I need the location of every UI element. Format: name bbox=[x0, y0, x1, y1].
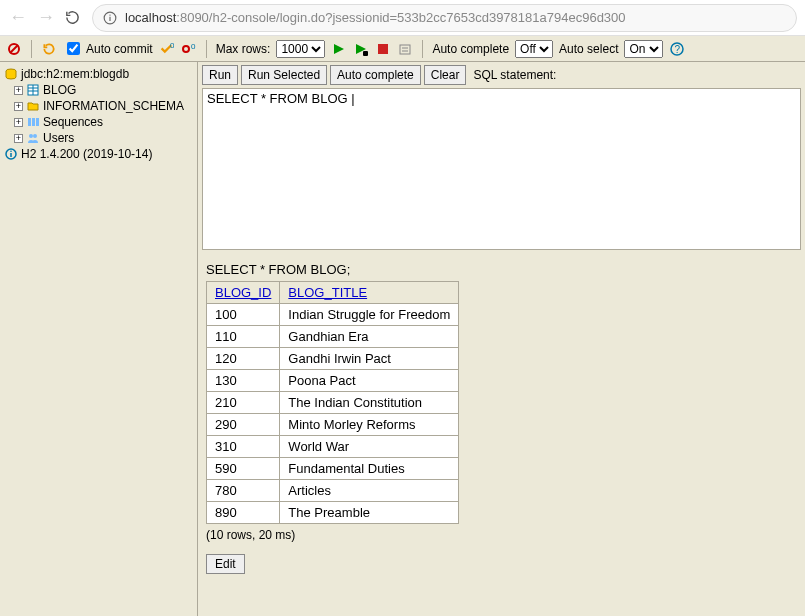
results-table: BLOG_IDBLOG_TITLE 100Indian Struggle for… bbox=[206, 281, 459, 524]
table-row: 290Minto Morley Reforms bbox=[207, 414, 459, 436]
table-cell: Gandhi Irwin Pact bbox=[280, 348, 459, 370]
table-cell: 780 bbox=[207, 480, 280, 502]
table-cell: Articles bbox=[280, 480, 459, 502]
tree-root-label: jdbc:h2:mem:blogdb bbox=[21, 67, 129, 81]
auto-commit-input[interactable] bbox=[67, 42, 80, 55]
table-cell: Fundamental Duties bbox=[280, 458, 459, 480]
tree: jdbc:h2:mem:blogdb +BLOG+INFORMATION_SCH… bbox=[0, 62, 197, 166]
run-button[interactable]: Run bbox=[202, 65, 238, 85]
sql-toolbar: Run Run Selected Auto complete Clear SQL… bbox=[198, 62, 805, 88]
table-row: 100Indian Struggle for Freedom bbox=[207, 304, 459, 326]
table-cell: 310 bbox=[207, 436, 280, 458]
stop-icon[interactable] bbox=[375, 41, 391, 57]
column-header[interactable]: BLOG_TITLE bbox=[280, 282, 459, 304]
table-row: 780Articles bbox=[207, 480, 459, 502]
svg-marker-8 bbox=[334, 44, 344, 54]
table-cell: 210 bbox=[207, 392, 280, 414]
sidebar-item-label: Sequences bbox=[43, 115, 103, 129]
table-cell: World War bbox=[280, 436, 459, 458]
table-cell: 110 bbox=[207, 326, 280, 348]
table-cell: 120 bbox=[207, 348, 280, 370]
clear-button[interactable]: Clear bbox=[424, 65, 467, 85]
folder-icon bbox=[26, 99, 40, 113]
edit-button[interactable]: Edit bbox=[206, 554, 245, 574]
table-icon bbox=[26, 83, 40, 97]
sidebar-item[interactable]: +BLOG bbox=[0, 82, 197, 98]
run-selected-icon[interactable] bbox=[353, 41, 369, 57]
refresh-icon[interactable] bbox=[41, 41, 57, 57]
back-icon[interactable]: ← bbox=[8, 7, 28, 28]
expander-icon[interactable]: + bbox=[14, 102, 23, 111]
app-toolbar: Auto commit 0 0 Max rows: 1000 Auto comp… bbox=[0, 36, 805, 62]
table-body: 100Indian Struggle for Freedom110Gandhia… bbox=[207, 304, 459, 524]
table-cell: 130 bbox=[207, 370, 280, 392]
table-cell: The Indian Constitution bbox=[280, 392, 459, 414]
svg-line-4 bbox=[10, 45, 18, 53]
help-icon[interactable]: ? bbox=[669, 41, 685, 57]
expander-icon[interactable]: + bbox=[14, 86, 23, 95]
forward-icon[interactable]: → bbox=[36, 7, 56, 28]
table-cell: Minto Morley Reforms bbox=[280, 414, 459, 436]
sql-input[interactable]: SELECT * FROM BLOG | bbox=[202, 88, 801, 250]
url-text: localhost:8090/h2-console/login.do?jsess… bbox=[125, 10, 626, 25]
auto-complete-label: Auto complete bbox=[432, 42, 509, 56]
table-row: 120Gandhi Irwin Pact bbox=[207, 348, 459, 370]
sidebar-item[interactable]: +INFORMATION_SCHEMA bbox=[0, 98, 197, 114]
auto-complete-button[interactable]: Auto complete bbox=[330, 65, 421, 85]
auto-select-select[interactable]: On bbox=[624, 40, 663, 58]
table-row: 310World War bbox=[207, 436, 459, 458]
auto-complete-select[interactable]: Off bbox=[515, 40, 553, 58]
seq-icon bbox=[26, 115, 40, 129]
info-icon bbox=[4, 147, 18, 161]
url-bar[interactable]: localhost:8090/h2-console/login.do?jsess… bbox=[92, 4, 797, 32]
svg-point-26 bbox=[33, 134, 37, 138]
run-selected-button[interactable]: Run Selected bbox=[241, 65, 327, 85]
browser-bar: ← → localhost:8090/h2-console/login.do?j… bbox=[0, 0, 805, 36]
column-header[interactable]: BLOG_ID bbox=[207, 282, 280, 304]
sidebar-item[interactable]: +Users bbox=[0, 130, 197, 146]
table-cell: The Preamble bbox=[280, 502, 459, 524]
table-row: 130Poona Pact bbox=[207, 370, 459, 392]
main: Run Run Selected Auto complete Clear SQL… bbox=[198, 62, 805, 616]
table-cell: Indian Struggle for Freedom bbox=[280, 304, 459, 326]
svg-rect-22 bbox=[28, 118, 31, 126]
commit-icon[interactable]: 0 bbox=[159, 41, 175, 57]
tree-version[interactable]: H2 1.4.200 (2019-10-14) bbox=[0, 146, 197, 162]
max-rows-select[interactable]: 1000 bbox=[276, 40, 325, 58]
svg-rect-10 bbox=[363, 51, 368, 56]
expander-icon[interactable]: + bbox=[14, 134, 23, 143]
table-row: 890The Preamble bbox=[207, 502, 459, 524]
tree-root[interactable]: jdbc:h2:mem:blogdb bbox=[0, 66, 197, 82]
table-cell: Poona Pact bbox=[280, 370, 459, 392]
svg-text:0: 0 bbox=[191, 42, 196, 51]
svg-rect-23 bbox=[32, 118, 35, 126]
auto-commit-checkbox[interactable]: Auto commit bbox=[63, 39, 153, 58]
rollback-icon[interactable]: 0 bbox=[181, 41, 197, 57]
reload-icon[interactable] bbox=[64, 9, 84, 26]
sql-statement-label: SQL statement: bbox=[473, 68, 556, 82]
disconnect-icon[interactable] bbox=[6, 41, 22, 57]
info-icon bbox=[103, 11, 117, 25]
run-icon[interactable] bbox=[331, 41, 347, 57]
max-rows-label: Max rows: bbox=[216, 42, 271, 56]
svg-point-29 bbox=[10, 150, 12, 152]
table-cell: 890 bbox=[207, 502, 280, 524]
table-cell: 100 bbox=[207, 304, 280, 326]
history-icon[interactable] bbox=[397, 41, 413, 57]
auto-select-label: Auto select bbox=[559, 42, 618, 56]
users-icon bbox=[26, 131, 40, 145]
svg-point-6 bbox=[183, 46, 189, 52]
sidebar-item-label: BLOG bbox=[43, 83, 76, 97]
row-summary: (10 rows, 20 ms) bbox=[206, 528, 797, 542]
svg-rect-11 bbox=[378, 44, 388, 54]
svg-text:?: ? bbox=[675, 44, 681, 55]
table-cell: 290 bbox=[207, 414, 280, 436]
table-row: 590Fundamental Duties bbox=[207, 458, 459, 480]
table-cell: Gandhian Era bbox=[280, 326, 459, 348]
svg-point-25 bbox=[29, 134, 33, 138]
sidebar-item[interactable]: +Sequences bbox=[0, 114, 197, 130]
expander-icon[interactable]: + bbox=[14, 118, 23, 127]
tree-version-label: H2 1.4.200 (2019-10-14) bbox=[21, 147, 152, 161]
results-echo: SELECT * FROM BLOG; bbox=[206, 262, 797, 277]
sidebar: jdbc:h2:mem:blogdb +BLOG+INFORMATION_SCH… bbox=[0, 62, 198, 616]
